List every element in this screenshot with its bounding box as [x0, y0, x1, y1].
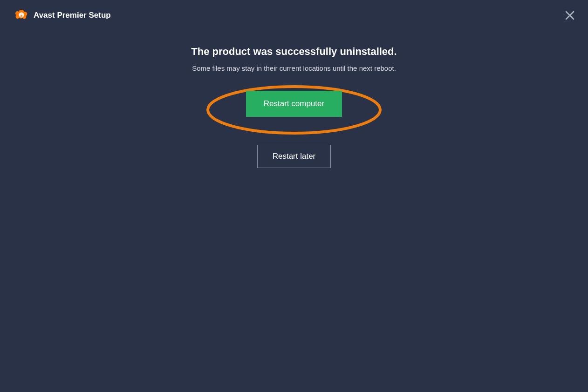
close-icon: [565, 10, 575, 20]
svg-text:a: a: [21, 14, 23, 18]
app-title: Avast Premier Setup: [34, 11, 111, 20]
header-left: a Avast Premier Setup: [15, 9, 111, 22]
reboot-notice-text: Some files may stay in their current loc…: [192, 64, 396, 72]
uninstall-success-heading: The product was successfully uninstalled…: [191, 46, 397, 58]
close-button[interactable]: [563, 8, 577, 22]
restart-computer-button[interactable]: Restart computer: [246, 91, 342, 117]
main-content: The product was successfully uninstalled…: [0, 31, 588, 168]
restart-later-button[interactable]: Restart later: [257, 145, 331, 168]
header: a Avast Premier Setup: [0, 0, 588, 31]
avast-logo-icon: a: [15, 9, 28, 22]
button-wrapper: Restart computer Restart later: [246, 91, 342, 168]
